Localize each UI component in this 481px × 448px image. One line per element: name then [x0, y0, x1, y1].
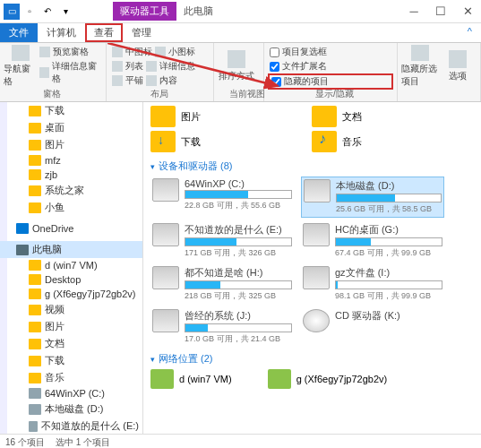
- drive-free: 25.6 GB 可用，共 58.5 GB: [336, 203, 442, 215]
- main-content: 图片 文档 下载 音乐 设备和驱动器 (8) 64WinXP (C:)22.8 …: [143, 102, 481, 434]
- folder-downloads[interactable]: 下载: [150, 131, 276, 152]
- drive-free: 98.1 GB 可用，共 99.9 GB: [335, 290, 442, 302]
- drive-name: HC的桌面 (G:): [335, 223, 442, 237]
- tree-fish[interactable]: 小鱼: [0, 199, 142, 216]
- drive-item[interactable]: 不知道放的是什么 (E:)171 GB 可用，共 326 GB: [150, 221, 294, 261]
- drive-item[interactable]: gz文件盘 (I:)98.1 GB 可用，共 99.9 GB: [301, 264, 444, 304]
- tab-view[interactable]: 查看: [85, 23, 123, 42]
- nav-tree[interactable]: 下载 桌面 图片 mfz zjb 系统之家 小鱼 OneDrive 此电脑 d …: [0, 102, 143, 434]
- quick-access-toolbar: ▭ ▫ ↶ ▾: [0, 2, 77, 22]
- tiles-button[interactable]: 平铺 内容: [110, 73, 209, 88]
- sort-by-button[interactable]: 排序方式: [218, 45, 255, 88]
- drive-name: 都不知道是啥 (H:): [185, 266, 292, 280]
- tree-zjb[interactable]: zjb: [0, 168, 142, 182]
- drive-name: 曾经的系统 (J:): [185, 309, 292, 323]
- item-checkboxes-toggle[interactable]: 项目复选框: [268, 45, 393, 59]
- group-panes-label: 窗格: [43, 88, 61, 100]
- drive-icon: [303, 266, 330, 289]
- drive-item[interactable]: 64WinXP (C:)22.8 GB 可用，共 55.6 GB: [150, 177, 294, 218]
- drive-icon: [304, 179, 331, 202]
- network-icon: [268, 369, 291, 389]
- qat-menu-icon[interactable]: ▾: [57, 4, 73, 20]
- tree-onedrive[interactable]: OneDrive: [0, 221, 142, 236]
- nav-pane-button[interactable]: 导航窗格: [4, 45, 38, 88]
- drive-name: 不知道放的是什么 (E:): [185, 223, 292, 237]
- tree-g-drive[interactable]: g (Xf6egy7jp72gb2v): [0, 287, 142, 301]
- folder-music[interactable]: 音乐: [312, 131, 437, 152]
- app-icon: ▭: [4, 4, 20, 20]
- group-layout-label: 布局: [150, 88, 168, 100]
- window-title: 此电脑: [184, 4, 213, 18]
- qat-undo-icon[interactable]: ↶: [39, 4, 56, 20]
- network-icon: [150, 369, 174, 389]
- drive-free: 171 GB 可用，共 326 GB: [185, 247, 292, 259]
- tree-drive-c[interactable]: 64WinXP (C:): [0, 386, 142, 401]
- tree-drive-d[interactable]: 本地磁盘 (D:): [0, 401, 142, 418]
- tab-file[interactable]: 文件: [0, 23, 38, 42]
- tree-d-vm[interactable]: d (win7 VM): [0, 258, 142, 272]
- options-button[interactable]: 选项: [439, 45, 477, 88]
- tree-drive-e[interactable]: 不知道放的是什么 (E:): [0, 418, 142, 434]
- section-drives-header[interactable]: 设备和驱动器 (8): [150, 159, 474, 173]
- status-bar: 16 个项目 选中 1 个项目: [0, 434, 481, 448]
- details-pane-button[interactable]: 详细信息窗格: [38, 59, 102, 86]
- drive-icon: [152, 178, 179, 202]
- drive-item[interactable]: CD 驱动器 (K:): [301, 307, 444, 347]
- drive-item[interactable]: 都不知道是啥 (H:)218 GB 可用，共 325 GB: [150, 264, 294, 304]
- tree-desktop2[interactable]: Desktop: [0, 272, 142, 287]
- tab-manage[interactable]: 管理: [123, 23, 160, 42]
- preview-pane-button[interactable]: 预览窗格: [38, 45, 102, 59]
- titlebar: ▭ ▫ ↶ ▾ 驱动器工具 此电脑 ─ ☐ ✕: [0, 0, 481, 23]
- contextual-tab-label: 驱动器工具: [113, 2, 176, 21]
- network-name: g (Xf6egy7jp72gb2v): [296, 374, 388, 384]
- drive-free: 17.0 GB 可用，共 21.4 GB: [185, 333, 292, 345]
- folder-pictures[interactable]: 图片: [150, 106, 276, 127]
- folder-documents[interactable]: 文档: [312, 106, 437, 127]
- tree-documents[interactable]: 文档: [0, 335, 142, 352]
- close-button[interactable]: ✕: [454, 1, 481, 22]
- tree-pictures[interactable]: 图片: [0, 136, 142, 153]
- tree-mfz[interactable]: mfz: [0, 153, 142, 168]
- drive-icon: [303, 223, 330, 246]
- tree-videos[interactable]: 视频: [0, 301, 142, 318]
- drive-name: gz文件盘 (I:): [335, 266, 442, 280]
- drive-icon: [152, 223, 179, 246]
- drive-name: 本地磁盘 (D:): [336, 179, 442, 193]
- file-ext-toggle[interactable]: 文件扩展名: [268, 59, 393, 73]
- section-network-header[interactable]: 网络位置 (2): [150, 352, 474, 366]
- network-item[interactable]: g (Xf6egy7jp72gb2v): [268, 369, 388, 389]
- drive-free: 67.4 GB 可用，共 99.9 GB: [335, 247, 442, 259]
- qat-new-icon[interactable]: ▫: [21, 4, 38, 20]
- drive-free: 218 GB 可用，共 325 GB: [185, 290, 292, 302]
- medium-icons-button[interactable]: 中图标 小图标: [110, 45, 209, 59]
- ribbon-tabs: 文件 计算机 查看 管理 ^: [0, 23, 481, 43]
- tree-syshome[interactable]: 系统之家: [0, 182, 142, 199]
- tree-music[interactable]: 音乐: [0, 369, 142, 386]
- tree-downloads[interactable]: 下载: [0, 102, 142, 119]
- tree-this-pc[interactable]: 此电脑: [0, 241, 142, 258]
- drive-item[interactable]: 本地磁盘 (D:)25.6 GB 可用，共 58.5 GB: [301, 177, 444, 218]
- drive-name: CD 驱动器 (K:): [335, 309, 442, 323]
- tab-computer[interactable]: 计算机: [38, 23, 85, 42]
- drive-icon: [152, 309, 179, 332]
- drive-item[interactable]: 曾经的系统 (J:)17.0 GB 可用，共 21.4 GB: [150, 307, 294, 347]
- drive-icon: [152, 266, 179, 289]
- drive-free: 22.8 GB 可用，共 55.6 GB: [185, 200, 292, 211]
- help-icon[interactable]: ^: [459, 23, 481, 42]
- network-item[interactable]: d (win7 VM): [150, 369, 232, 389]
- group-view-label: 当前视图: [229, 88, 265, 100]
- tree-desktop[interactable]: 桌面: [0, 119, 142, 136]
- status-selected: 选中 1 个项目: [56, 436, 110, 448]
- status-count: 16 个项目: [5, 436, 45, 448]
- group-showhide-label: 显示/隐藏: [315, 88, 354, 100]
- tree-pictures2[interactable]: 图片: [0, 318, 142, 335]
- drive-icon: [303, 309, 330, 332]
- tree-downloads2[interactable]: 下载: [0, 352, 142, 369]
- maximize-button[interactable]: ☐: [427, 1, 454, 22]
- hide-selected-button[interactable]: 隐藏所选项目: [401, 45, 439, 88]
- list-button[interactable]: 列表 详细信息: [110, 59, 209, 73]
- ribbon: 导航窗格 预览窗格 详细信息窗格 窗格 中图标 小图标 列表 详细信息 平铺 内…: [0, 43, 481, 102]
- drive-item[interactable]: HC的桌面 (G:)67.4 GB 可用，共 99.9 GB: [301, 221, 444, 261]
- minimize-button[interactable]: ─: [400, 1, 427, 22]
- network-name: d (win7 VM): [179, 374, 232, 384]
